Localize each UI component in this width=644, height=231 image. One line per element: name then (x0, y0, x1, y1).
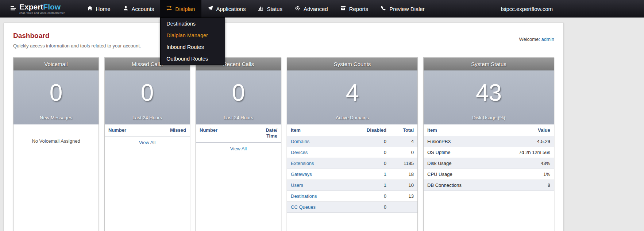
missed-calls-view-all-link[interactable]: View All (105, 136, 190, 149)
col-number: Number (108, 127, 126, 133)
menu-lines-icon (10, 5, 16, 13)
table-row: DB Connections 8 (424, 180, 554, 191)
devices-link[interactable]: Devices (291, 150, 308, 155)
top-navbar: ExpertFlow chat, voice and video contact… (0, 0, 644, 18)
system-counts-table: Item Disabled Total Domains 0 4 Devices (287, 124, 417, 213)
recent-calls-view-all-link[interactable]: View All (196, 143, 281, 155)
welcome-user-link[interactable]: admin (541, 36, 554, 42)
nav-item-status[interactable]: Status (252, 0, 289, 18)
voicemail-panel-title: Voicemail (14, 58, 99, 70)
missed-calls-count: 0 (141, 70, 154, 115)
dashboard-panels: Voicemail 0 New Messages No Voicemail As… (13, 57, 554, 231)
dialplan-dropdown-menu: Destinations Dialplan Manager Inbound Ro… (160, 18, 225, 65)
table-row: FusionPBX 4.5.29 (424, 136, 554, 147)
menu-item-destinations[interactable]: Destinations (161, 18, 225, 30)
missed-calls-count-label: Last 24 Hours (132, 115, 162, 120)
brand-logo[interactable]: ExpertFlow chat, voice and video contact… (0, 0, 74, 18)
system-counts-hero: 4 Active Domains (287, 70, 417, 124)
nav-item-reports[interactable]: Reports (334, 0, 375, 18)
system-counts-panel-title: System Counts (287, 58, 417, 70)
page-title: Dashboard (13, 32, 141, 40)
table-row: Gateways 1 18 (287, 169, 417, 180)
table-row: Extensions 0 1185 (287, 158, 417, 169)
dashboard-content: Dashboard Quickly access information and… (4, 23, 564, 231)
missed-calls-hero: 0 Last 24 Hours (105, 70, 190, 124)
missed-calls-panel: Missed Calls 0 Last 24 Hours Number Miss… (104, 57, 190, 231)
user-icon (123, 5, 128, 12)
col-value: Value (503, 124, 554, 136)
table-row: CPU Usage 1% (424, 169, 554, 180)
nav-item-accounts[interactable]: Accounts (117, 0, 161, 18)
nav-item-home[interactable]: Home (81, 0, 117, 18)
nav-item-advanced[interactable]: Advanced (289, 0, 334, 18)
paper-plane-icon (208, 5, 213, 12)
table-row: Disk Usage 43% (424, 158, 554, 169)
recent-calls-count: 0 (232, 70, 245, 115)
home-icon (87, 5, 93, 12)
col-total: Total (390, 124, 417, 136)
system-status-panel-title: System Status (424, 58, 554, 70)
nav-item-dialplan[interactable]: Dialplan Destinations Dialplan Manager I… (160, 0, 201, 18)
tenant-domain: fsipcc.expertflow.com (501, 0, 553, 18)
recent-calls-hero: 0 Last 24 Hours (196, 70, 281, 124)
col-datetime: Date/ Time (266, 127, 277, 139)
brand-tagline: chat, voice and video contactcenter (19, 12, 65, 15)
system-status-panel: System Status 43 Disk Usage (%) Item Val… (423, 57, 554, 231)
table-row: CC Queues 0 (287, 202, 417, 213)
table-row: Destinations 0 13 (287, 191, 417, 202)
archive-icon (340, 5, 346, 12)
recent-calls-panel: Recent Calls 0 Last 24 Hours Number Date… (196, 57, 281, 231)
col-item: Item (287, 124, 355, 136)
system-status-count-label: Disk Usage (%) (472, 115, 505, 120)
shuffle-icon (166, 5, 172, 12)
page-subtitle: Quickly access information and tools rel… (13, 43, 141, 49)
system-status-table: Item Value FusionPBX 4.5.29 OS Uptime 7d… (424, 124, 554, 191)
gear-icon (295, 5, 300, 12)
table-row: Domains 0 4 (287, 136, 417, 147)
users-link[interactable]: Users (291, 182, 303, 188)
nav-item-preview-dialer[interactable]: Preview Dialer (374, 0, 431, 18)
page-header: Dashboard Quickly access information and… (13, 32, 554, 49)
domains-link[interactable]: Domains (291, 139, 309, 144)
voicemail-panel: Voicemail 0 New Messages No Voicemail As… (13, 57, 99, 231)
col-item: Item (424, 124, 503, 136)
recent-calls-table-header: Number Date/ Time (196, 124, 281, 143)
recent-calls-count-label: Last 24 Hours (224, 115, 253, 120)
main-nav: Home Accounts Dialplan Destinations Dial… (81, 0, 431, 18)
table-row: Devices 0 0 (287, 147, 417, 158)
menu-item-outbound-routes[interactable]: Outbound Routes (161, 53, 225, 65)
system-counts-count-label: Active Domains (336, 115, 369, 120)
gateways-link[interactable]: Gateways (291, 172, 312, 177)
voicemail-empty-text: No Voicemail Assigned (14, 138, 99, 144)
missed-calls-table-header: Number Missed (105, 124, 190, 136)
voicemail-count: 0 (50, 70, 63, 115)
col-number: Number (200, 127, 217, 133)
system-counts-panel: System Counts 4 Active Domains Item Disa… (287, 57, 418, 231)
voicemail-hero: 0 New Messages (14, 70, 99, 124)
menu-item-inbound-routes[interactable]: Inbound Routes (161, 41, 225, 53)
brand-name: ExpertFlow (19, 3, 65, 11)
menu-item-dialplan-manager[interactable]: Dialplan Manager (161, 30, 225, 41)
welcome-text: Welcome: admin (519, 36, 554, 42)
phone-icon (381, 5, 386, 12)
nav-item-applications[interactable]: Applications (201, 0, 252, 18)
system-status-hero: 43 Disk Usage (%) (424, 70, 554, 124)
extensions-link[interactable]: Extensions (291, 161, 314, 166)
table-row: OS Uptime 7d 2h 12m 56s (424, 147, 554, 158)
table-row: Users 1 10 (287, 180, 417, 191)
system-counts-count: 4 (346, 70, 359, 115)
voicemail-count-label: New Messages (40, 115, 72, 120)
bar-chart-icon (258, 5, 263, 12)
col-missed: Missed (170, 127, 186, 133)
destinations-link[interactable]: Destinations (291, 193, 317, 199)
cc-queues-link[interactable]: CC Queues (291, 204, 316, 210)
system-status-count: 43 (476, 70, 502, 115)
col-disabled: Disabled (355, 124, 390, 136)
